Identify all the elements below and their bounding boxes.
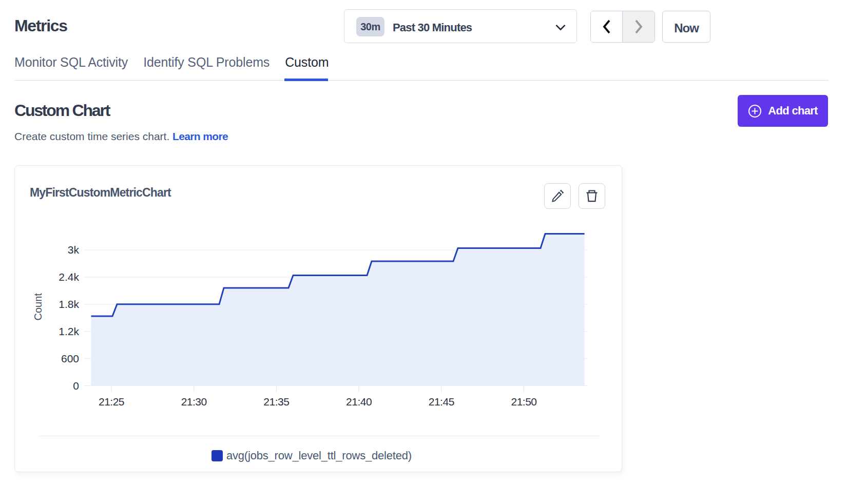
svg-text:21:25: 21:25	[99, 396, 124, 408]
svg-text:1.8k: 1.8k	[59, 298, 79, 310]
svg-text:3k: 3k	[68, 244, 80, 256]
svg-text:21:40: 21:40	[346, 396, 372, 408]
svg-text:600: 600	[61, 353, 79, 364]
svg-text:0: 0	[73, 380, 79, 392]
svg-text:2.4k: 2.4k	[59, 271, 79, 283]
svg-text:21:45: 21:45	[429, 396, 454, 408]
svg-text:Count: Count	[32, 293, 44, 321]
svg-text:21:35: 21:35	[263, 396, 289, 408]
svg-text:21:30: 21:30	[181, 396, 207, 408]
svg-text:21:50: 21:50	[511, 396, 536, 408]
svg-text:1.2k: 1.2k	[59, 325, 79, 337]
